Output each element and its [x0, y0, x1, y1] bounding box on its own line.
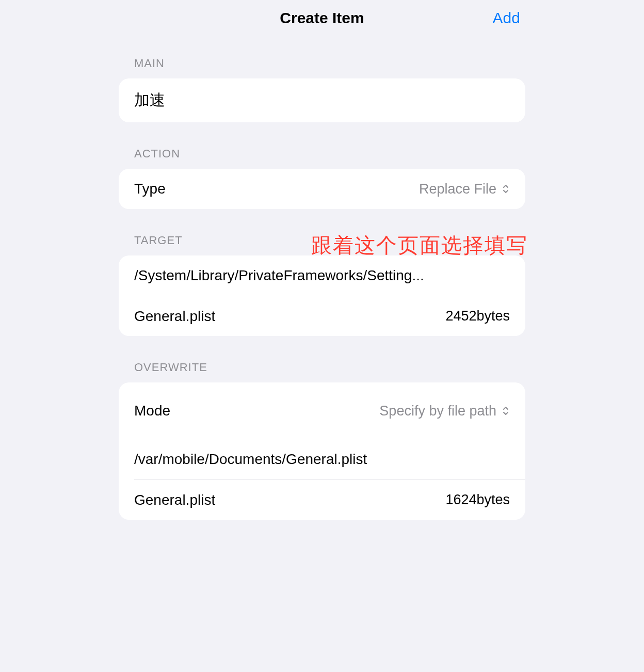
overwrite-filename: General.plist — [134, 492, 215, 508]
main-name-input[interactable]: 加速 — [134, 90, 510, 111]
overwrite-mode-value: Specify by file path — [379, 402, 496, 420]
overwrite-section-header: OVERWRITE — [119, 361, 525, 374]
main-section-header: MAIN — [119, 57, 525, 70]
nav-bar: Create Item Add — [0, 0, 644, 36]
add-button[interactable]: Add — [493, 9, 520, 27]
overwrite-mode-label: Mode — [134, 403, 170, 419]
chevron-up-down-icon — [502, 405, 510, 417]
page-title: Create Item — [280, 9, 364, 27]
overwrite-file-size: 1624bytes — [445, 492, 510, 508]
action-card: Type Replace File — [119, 169, 525, 209]
target-file-row[interactable]: General.plist 2452bytes — [134, 296, 525, 336]
action-type-value: Replace File — [419, 181, 496, 197]
overwrite-card: Mode Specify by file path /var/mobile/Do… — [119, 382, 525, 520]
target-path-row[interactable]: /System/Library/PrivateFrameworks/Settin… — [119, 255, 525, 296]
overwrite-path-row[interactable]: /var/mobile/Documents/General.plist — [119, 439, 525, 479]
target-file-size: 2452bytes — [445, 308, 510, 324]
overwrite-mode-row[interactable]: Mode Specify by file path — [119, 382, 525, 439]
main-card: 加速 — [119, 78, 525, 122]
action-type-label: Type — [134, 181, 166, 197]
overwrite-file-row[interactable]: General.plist 1624bytes — [134, 479, 525, 520]
target-filename: General.plist — [134, 308, 215, 325]
target-path-value: /System/Library/PrivateFrameworks/Settin… — [134, 267, 510, 284]
overwrite-path-value: /var/mobile/Documents/General.plist — [134, 451, 510, 468]
target-card: /System/Library/PrivateFrameworks/Settin… — [119, 255, 525, 336]
chevron-up-down-icon — [502, 183, 510, 195]
action-section-header: ACTION — [119, 147, 525, 161]
action-type-row[interactable]: Type Replace File — [119, 169, 525, 209]
main-name-row[interactable]: 加速 — [119, 78, 525, 122]
annotation-text: 跟着这个页面选择填写 — [311, 231, 528, 260]
